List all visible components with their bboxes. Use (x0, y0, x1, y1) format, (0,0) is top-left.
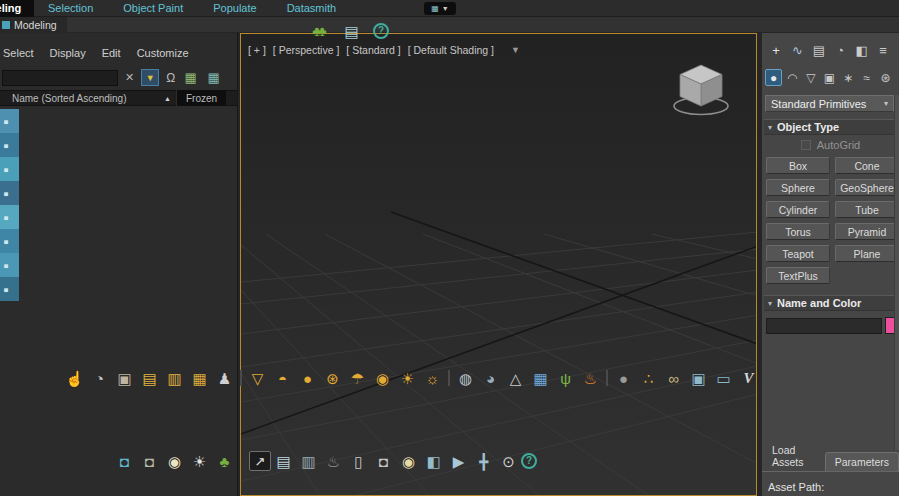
modeling-ribbon-tab-active[interactable]: Modeling (0, 0, 34, 17)
name-column-header[interactable]: Name (Sorted Ascending) (12, 93, 164, 104)
explorer-tool-4-icon[interactable]: ▪ (0, 181, 19, 205)
wire-sphere-icon[interactable]: ◍ (453, 366, 478, 390)
help-circle-icon[interactable]: ? (521, 453, 537, 469)
state-sets-icon[interactable]: ▣ (686, 366, 711, 390)
plane-button[interactable]: Plane (835, 245, 899, 262)
shaded-sphere-icon[interactable]: ◕ (478, 366, 503, 390)
sun-light-icon[interactable]: ☀ (395, 366, 420, 390)
bulb-icon[interactable]: ◉ (162, 449, 187, 473)
geosphere-button[interactable]: GeoSphere (835, 179, 899, 196)
viewport-menu-shading[interactable]: [ Default Shading ] (408, 44, 494, 56)
asset-crate-icon[interactable]: ▣ (112, 366, 137, 390)
explorer-tool-8-icon[interactable]: ▪ (0, 277, 19, 301)
textplus-button[interactable]: TextPlus (766, 267, 830, 284)
explorer-tool-6-icon[interactable]: ▪ (0, 229, 19, 253)
camera-cyan-icon[interactable]: ◘ (112, 449, 137, 473)
cone-button[interactable]: Cone (835, 157, 899, 174)
pyramid-gizmo-icon[interactable]: △ (503, 366, 528, 390)
orbit-icon[interactable]: ◔ (87, 366, 112, 390)
listener-doc-icon[interactable]: ▤ (339, 19, 364, 43)
name-color-rollout-header[interactable]: ▾ Name and Color (764, 295, 895, 311)
explorer-tool-7-icon[interactable]: ▪ (0, 253, 19, 277)
split-view-icon[interactable]: ◧ (421, 449, 446, 473)
cone-light-icon[interactable]: ▽ (245, 366, 270, 390)
sun-icon[interactable]: ☀ (187, 449, 212, 473)
primitives-dropdown[interactable]: Standard Primitives ▾ (765, 95, 894, 112)
object-type-rollout-header[interactable]: ▾ Object Type (764, 119, 895, 135)
view-cube[interactable] (670, 58, 732, 120)
teapot-icon[interactable]: ♨ (321, 449, 346, 473)
hair-fur-icon[interactable]: ψ (553, 366, 578, 390)
menu-populate[interactable]: Datasmith (287, 2, 337, 14)
box-button[interactable]: Box (766, 157, 830, 174)
menu-select[interactable]: Select (3, 47, 34, 59)
systems-category-icon[interactable]: ⊛ (877, 69, 894, 86)
cylinder-button[interactable]: Cylinder (766, 201, 830, 218)
ribbon-config-dropdown[interactable]: ▦ ▼ (424, 2, 456, 15)
vray-toolbar-icon[interactable]: V (736, 366, 761, 390)
viewport-filter-icon[interactable]: ▼ (511, 45, 520, 55)
lights-category-icon[interactable]: ▽ (802, 69, 819, 86)
sphere-light-icon[interactable]: ● (295, 366, 320, 390)
frozen-column-header[interactable]: Frozen (176, 90, 226, 106)
utilities-tab-icon[interactable]: ≡ (874, 41, 892, 59)
crowd-icon[interactable]: ♟ (212, 366, 237, 390)
matte-sphere-icon[interactable]: ● (611, 366, 636, 390)
viewport-menu-pov[interactable]: [ Perspective ] (273, 44, 340, 56)
explorer-tool-1-icon[interactable]: ▪ (0, 109, 19, 133)
render-setup-icon[interactable]: ▭ (711, 366, 736, 390)
star-light-icon[interactable]: ☼ (420, 366, 445, 390)
menu-edit[interactable]: Edit (102, 47, 121, 59)
create-tab-icon[interactable]: + (767, 41, 785, 59)
import-export-icon[interactable]: ↗ (249, 451, 271, 471)
cameras-category-icon[interactable]: ▣ (821, 69, 838, 86)
tube-button[interactable]: Tube (835, 201, 899, 218)
perspective-viewport[interactable]: [ + ] [ Perspective ] [ Standard ] [ Def… (240, 33, 757, 496)
page-icon[interactable]: ▯ (346, 449, 371, 473)
help-icon[interactable]: ? (373, 23, 389, 39)
ring-light-icon[interactable]: ⊛ (320, 366, 345, 390)
doc-list-icon[interactable]: ▤ (271, 449, 296, 473)
column-config-icon[interactable]: ▦ (205, 69, 222, 86)
playblast-icon[interactable]: ▶ (446, 449, 471, 473)
menu-selection[interactable]: Object Paint (123, 2, 183, 14)
hierarchy-tab-icon[interactable]: ▤ (810, 41, 828, 59)
quad-layout-icon[interactable]: ╋ (471, 449, 496, 473)
checker-map-icon[interactable]: ▦ (528, 366, 553, 390)
teapot-button[interactable]: Teapot (766, 245, 830, 262)
umbrella-light-icon[interactable]: ☂ (345, 366, 370, 390)
explorer-tool-2-icon[interactable]: ▪ (0, 133, 19, 157)
tab-parameters[interactable]: Parameters (825, 452, 899, 471)
display-tab-icon[interactable]: ◧ (853, 41, 871, 59)
eye-icon[interactable]: ⊙ (496, 449, 521, 473)
autogrid-checkbox[interactable] (801, 140, 811, 150)
sphere-pair-icon[interactable]: ∞ (661, 366, 686, 390)
motion-tab-icon[interactable]: ◔ (831, 41, 849, 59)
dome-light-icon[interactable]: ◓ (270, 366, 295, 390)
menu-freeform[interactable]: Selection (48, 2, 93, 14)
selection-set-icon[interactable]: ▦ (182, 69, 199, 86)
pyramid-button[interactable]: Pyramid (835, 223, 899, 240)
tab-load-assets[interactable]: Load Assets (766, 441, 820, 471)
sort-ascending-icon[interactable]: ▲ (164, 95, 171, 102)
panel-scrollbar[interactable] (894, 95, 899, 450)
trees-icon[interactable]: ♣♣ (305, 19, 330, 43)
filter-funnel-icon[interactable]: ▼ (141, 69, 159, 86)
modify-tab-icon[interactable]: ∿ (788, 41, 806, 59)
fire-effect-icon[interactable]: ♨ (578, 366, 603, 390)
camera-gear-icon[interactable]: ◘ (137, 449, 162, 473)
modeling-panel-tab[interactable]: Modeling (0, 17, 67, 33)
bulb-light-icon[interactable]: ◉ (370, 366, 395, 390)
sphere-button[interactable]: Sphere (766, 179, 830, 196)
shapes-category-icon[interactable]: ◠ (784, 69, 801, 86)
slate-icon[interactable]: ▥ (296, 449, 321, 473)
notes-pair-icon[interactable]: ▤ (137, 366, 162, 390)
clear-search-icon[interactable]: ✕ (125, 71, 134, 84)
menu-object-paint[interactable]: Populate (213, 2, 256, 14)
cards-pair-icon[interactable]: ▥ (162, 366, 187, 390)
search-input[interactable] (2, 70, 118, 86)
explorer-tool-3-icon[interactable]: ▪ (0, 157, 19, 181)
sheets-icon[interactable]: ▦ (187, 366, 212, 390)
particle-view-icon[interactable]: ∴ (636, 366, 661, 390)
menu-display[interactable]: Display (50, 47, 86, 59)
